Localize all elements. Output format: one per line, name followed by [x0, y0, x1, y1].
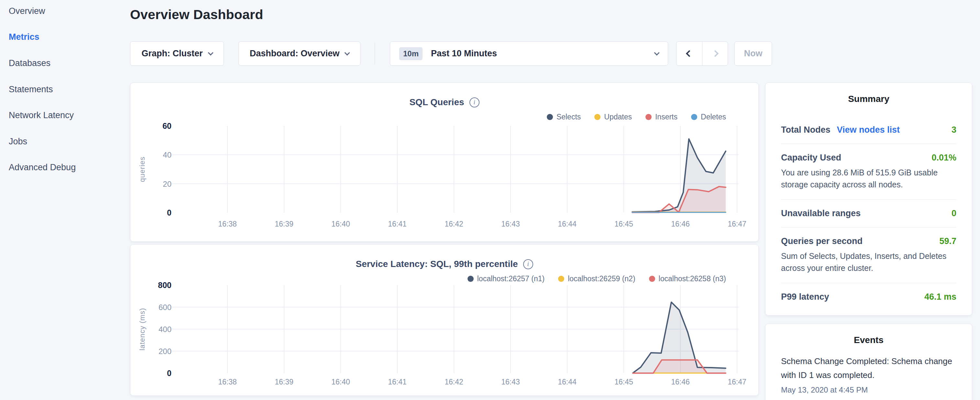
- time-range-badge: 10m: [399, 47, 423, 60]
- summary-description: Sum of Selects, Updates, Inserts, and De…: [781, 250, 956, 274]
- svg-text:16:41: 16:41: [388, 378, 407, 386]
- summary-row-queries-per-second: Queries per second 59.7: [781, 236, 956, 246]
- service-latency-chart-card: Service Latency: SQL, 99th percentile i …: [130, 244, 759, 396]
- summary-value: 59.7: [939, 236, 956, 246]
- chevron-down-icon: [208, 50, 213, 55]
- summary-label: Capacity Used: [781, 153, 841, 163]
- dashboard-dropdown-label: Dashboard: Overview: [250, 49, 340, 59]
- svg-text:16:41: 16:41: [388, 220, 407, 228]
- sidebar-item-overview[interactable]: Overview: [0, 0, 129, 24]
- event-timestamp: May 13, 2020 at 4:45 PM: [781, 386, 956, 395]
- svg-text:16:43: 16:43: [501, 378, 520, 386]
- summary-label: Unavailable ranges: [781, 209, 861, 218]
- time-pager: [676, 41, 728, 66]
- svg-text:0: 0: [167, 208, 172, 217]
- sidebar-item-metrics[interactable]: Metrics: [0, 24, 129, 51]
- divider: [781, 283, 956, 283]
- svg-text:400: 400: [159, 325, 172, 334]
- view-nodes-list-link[interactable]: View nodes list: [837, 125, 900, 135]
- summary-row-p99-latency: P99 latency 46.1 ms: [781, 292, 956, 302]
- dashboard-dropdown[interactable]: Dashboard: Overview: [239, 41, 360, 66]
- summary-value: 3: [951, 125, 956, 135]
- sidebar-item-advanced-debug[interactable]: Advanced Debug: [0, 155, 129, 181]
- svg-text:16:47: 16:47: [728, 378, 746, 386]
- time-range-dropdown[interactable]: 10m Past 10 Minutes: [390, 41, 668, 66]
- svg-text:16:45: 16:45: [614, 378, 633, 386]
- svg-text:0: 0: [167, 369, 172, 378]
- summary-value: 0.01%: [931, 153, 956, 163]
- svg-text:16:42: 16:42: [445, 378, 463, 386]
- svg-text:latency (ms): latency (ms): [138, 308, 146, 351]
- page-title: Overview Dashboard: [130, 7, 263, 22]
- events-panel: Events Schema Change Completed: Schema c…: [765, 324, 972, 400]
- service-latency-plot[interactable]: 16:3816:3916:4016:4116:4216:4316:4416:45…: [130, 245, 759, 396]
- divider: [781, 199, 956, 200]
- svg-text:40: 40: [163, 150, 172, 159]
- next-time-button[interactable]: [702, 42, 728, 65]
- event-list-item[interactable]: Schema Change Completed: Schema change w…: [781, 354, 956, 395]
- time-range-label: Past 10 Minutes: [431, 49, 497, 59]
- header-divider: [375, 43, 375, 64]
- now-button[interactable]: Now: [735, 41, 772, 66]
- chevron-down-icon: [345, 50, 350, 55]
- svg-text:16:39: 16:39: [275, 220, 293, 228]
- svg-text:16:46: 16:46: [671, 378, 690, 386]
- sidebar-item-jobs[interactable]: Jobs: [0, 129, 129, 155]
- summary-panel: Summary Total Nodes View nodes list 3 Ca…: [765, 83, 972, 316]
- svg-text:16:46: 16:46: [671, 220, 690, 228]
- svg-text:600: 600: [159, 303, 172, 312]
- summary-label: Total Nodes: [781, 125, 830, 135]
- svg-text:queries: queries: [138, 156, 146, 182]
- sidebar: Overview Metrics Databases Statements Ne…: [0, 0, 129, 180]
- svg-text:16:40: 16:40: [331, 220, 350, 228]
- svg-text:16:39: 16:39: [275, 378, 293, 386]
- summary-label: Queries per second: [781, 236, 862, 246]
- summary-heading: Summary: [781, 94, 956, 104]
- svg-text:20: 20: [163, 180, 172, 188]
- events-heading: Events: [781, 335, 956, 345]
- summary-value: 46.1 ms: [924, 292, 956, 302]
- svg-text:16:45: 16:45: [614, 220, 633, 228]
- svg-text:16:47: 16:47: [728, 220, 746, 228]
- svg-text:16:44: 16:44: [558, 220, 576, 228]
- event-message: Schema Change Completed: Schema change w…: [781, 354, 956, 382]
- graph-dropdown[interactable]: Graph: Cluster: [130, 41, 224, 66]
- graph-dropdown-label: Graph: Cluster: [142, 49, 202, 59]
- sql-queries-chart-card: SQL Queries i SelectsUpdatesInsertsDelet…: [130, 83, 759, 242]
- svg-text:60: 60: [162, 121, 172, 131]
- summary-description: You are using 28.6 MiB of 515.9 GiB usab…: [781, 167, 956, 191]
- sidebar-item-databases[interactable]: Databases: [0, 50, 129, 76]
- svg-text:16:38: 16:38: [218, 378, 237, 386]
- svg-text:16:38: 16:38: [218, 220, 237, 228]
- svg-text:200: 200: [159, 347, 172, 356]
- summary-row-total-nodes: Total Nodes View nodes list 3: [781, 125, 956, 135]
- chevron-left-icon: [686, 50, 693, 57]
- svg-text:16:43: 16:43: [501, 220, 520, 228]
- summary-label: P99 latency: [781, 292, 829, 302]
- summary-value: 0: [951, 209, 956, 218]
- svg-text:16:44: 16:44: [558, 378, 576, 386]
- sidebar-item-statements[interactable]: Statements: [0, 76, 129, 103]
- summary-row-capacity-used: Capacity Used 0.01%: [781, 153, 956, 163]
- divider: [781, 227, 956, 228]
- summary-row-unavailable-ranges: Unavailable ranges 0: [781, 209, 956, 218]
- chevron-down-icon: [654, 50, 660, 55]
- sidebar-item-network-latency[interactable]: Network Latency: [0, 102, 129, 129]
- svg-text:800: 800: [158, 280, 172, 290]
- prev-time-button[interactable]: [676, 42, 702, 65]
- chevron-right-icon: [711, 50, 718, 57]
- svg-text:16:40: 16:40: [331, 378, 350, 386]
- svg-text:16:42: 16:42: [445, 220, 463, 228]
- sql-queries-plot[interactable]: 16:3816:3916:4016:4116:4216:4316:4416:45…: [130, 83, 759, 242]
